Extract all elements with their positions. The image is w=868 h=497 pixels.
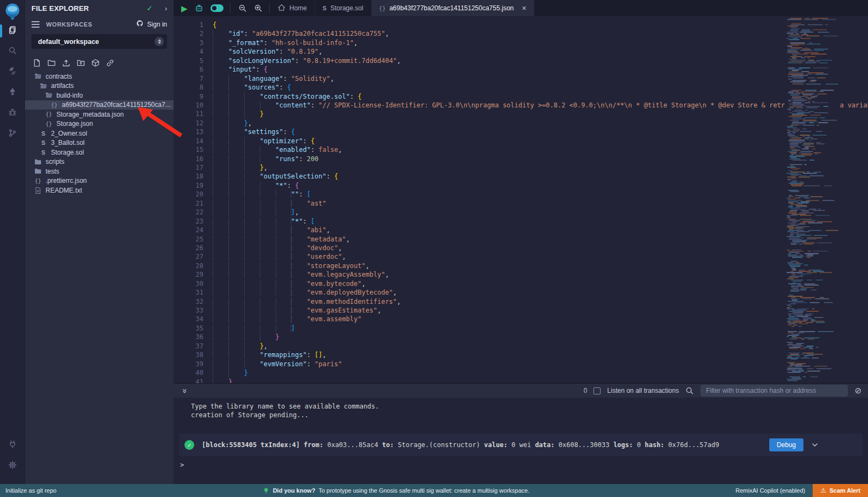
terminal-line: creation of Storage pending... — [191, 411, 868, 419]
code-line: 39 "evmVersion": "paris" — [174, 360, 868, 368]
new-file-icon[interactable] — [33, 59, 41, 67]
rail-item-deploy-run[interactable] — [0, 82, 25, 103]
git-init-status-item[interactable]: Initialize as git repo — [0, 487, 56, 494]
panel-header: FILE EXPLORER ✓ › — [25, 0, 174, 16]
tree-item--prettierrc-json[interactable]: {}.prettierrc.json — [25, 176, 174, 186]
rail-item-settings[interactable] — [0, 456, 25, 476]
tab-home[interactable]: Home — [270, 0, 315, 16]
tree-item-contracts[interactable]: contracts — [25, 72, 174, 81]
rail-item-plugin-manager[interactable] — [0, 435, 25, 456]
tree-item-tests[interactable]: tests — [25, 167, 174, 176]
debug-button[interactable]: Debug — [769, 438, 803, 451]
upload-folder-icon[interactable] — [76, 59, 85, 67]
rail-item-file-explorer[interactable] — [0, 21, 25, 41]
transaction-log-row[interactable]: ✓ [block:5583405 txIndex:4] from: 0xa03.… — [179, 434, 863, 456]
rail-item-search[interactable] — [0, 41, 25, 62]
tree-item-label: README.txt — [46, 187, 82, 194]
tree-item-label: tests — [46, 168, 59, 175]
file-icon — [34, 187, 42, 194]
solidity-compiler-icon — [8, 67, 17, 78]
link-icon[interactable] — [106, 59, 114, 67]
transaction-filter-input[interactable] — [700, 385, 848, 397]
tree-item-label: 3_Ballot.sol — [51, 139, 85, 146]
hamburger-menu-icon[interactable] — [31, 21, 40, 28]
tree-item-label: Storage.json — [56, 120, 93, 128]
tree-item-2-owner-sol[interactable]: S2_Owner.sol — [25, 129, 174, 138]
scam-alert-badge[interactable]: ⚠ Scam Alert — [813, 484, 868, 497]
tab-storage-sol[interactable]: SStorage.sol — [315, 0, 372, 16]
tree-item-a69b43f277ba20fcac141151250ca7-[interactable]: {}a69b43f277ba20fcac141151250ca7... — [25, 100, 174, 110]
code-line: 27 "userdoc", — [174, 252, 868, 261]
tree-item-storage-sol[interactable]: SStorage.sol — [25, 148, 174, 157]
tree-item-label: build-info — [56, 92, 83, 99]
chevron-right-icon[interactable]: › — [165, 4, 167, 12]
code-line: 5 "solcLongVersion": "0.8.19+commit.7dd6… — [174, 56, 868, 65]
tree-item-label: 2_Owner.sol — [51, 130, 87, 137]
rail-item-git[interactable] — [0, 124, 25, 144]
code-line: 38 "remappings": [], — [174, 351, 868, 359]
terminal[interactable]: Type the library name to see available c… — [174, 398, 868, 484]
clear-console-icon[interactable]: ⊘ — [854, 386, 861, 396]
json-file-icon: {} — [34, 178, 42, 184]
terminal-collapse-icon[interactable]: « — [179, 388, 188, 393]
check-icon: ✓ — [146, 4, 153, 12]
upload-file-icon[interactable] — [62, 59, 71, 67]
solidity-file-icon: S — [39, 139, 48, 146]
close-tab-icon[interactable]: × — [522, 4, 526, 12]
tab-a69b43f277ba20fcac141151250ca755-json[interactable]: {}a69b43f277ba20fcac141151250ca755.json× — [372, 0, 535, 16]
ai-copilot-toggle[interactable] — [210, 4, 224, 12]
code-line: 28 "storageLayout", — [174, 262, 868, 270]
code-line: 32 "evm.methodIdentifiers", — [174, 297, 868, 306]
folder-open-icon — [34, 73, 42, 80]
terminal-prompt[interactable]: > — [180, 461, 184, 469]
tree-item-artifacts[interactable]: artifacts — [25, 81, 174, 91]
code-line: 33 "evm.gasEstimates", — [174, 306, 868, 315]
listen-all-checkbox[interactable] — [593, 387, 601, 394]
rail-item-solidity-compiler[interactable] — [0, 62, 25, 82]
remix-ai-robot-icon[interactable] — [195, 4, 203, 12]
tree-item-build-info[interactable]: build-info — [25, 91, 174, 100]
github-icon — [136, 20, 144, 29]
tree-item-3-ballot-sol[interactable]: S3_Ballot.sol — [25, 138, 174, 148]
terminal-header: « 0 Listen on all transactions ⊘ — [174, 383, 868, 398]
git-icon — [8, 129, 17, 139]
new-folder-icon[interactable] — [47, 59, 56, 67]
json-file-icon: {} — [379, 5, 386, 11]
panel-title: FILE EXPLORER — [31, 4, 89, 12]
remix-logo-icon[interactable] — [3, 2, 22, 21]
workspace-select[interactable]: default_workspace — [31, 34, 167, 49]
settings-icon — [8, 461, 17, 471]
tree-item-scripts[interactable]: scripts — [25, 157, 174, 167]
zoom-in-icon[interactable] — [254, 4, 263, 12]
workspaces-label: WORKSPACES — [46, 21, 136, 28]
run-script-button[interactable]: ▶ — [181, 4, 188, 12]
sign-in-button[interactable]: Sign in — [136, 20, 167, 29]
code-line: 19 "*": { — [174, 181, 868, 190]
copilot-status-item[interactable]: RemixAI Copilot (enabled) — [736, 487, 805, 494]
tree-item-readme-txt[interactable]: README.txt — [25, 186, 174, 195]
tree-item-label: a69b43f277ba20fcac141151250ca7... — [62, 101, 171, 109]
cube-icon[interactable] — [91, 59, 100, 67]
code-line: 7 "language": "Solidity", — [174, 74, 868, 83]
rail-item-debugger[interactable] — [0, 103, 25, 124]
code-line: 22 ], — [174, 208, 868, 216]
deploy-run-icon — [8, 87, 17, 98]
code-line: 16 "runs": 200 — [174, 155, 868, 163]
zoom-out-icon[interactable] — [238, 4, 247, 12]
code-line: 23 "*": [ — [174, 217, 868, 226]
tab-bar: ▶ HomeSStorage.sol{}a69b43f277ba20fcac14… — [174, 0, 868, 16]
tree-item-storage-metadata-json[interactable]: {}Storage_metadata.json — [25, 110, 174, 119]
code-line: 41 }, — [174, 378, 868, 384]
listen-all-label: Listen on all transactions — [607, 387, 679, 394]
expand-transaction-icon[interactable] — [810, 441, 819, 449]
code-line: 26 "devdoc", — [174, 244, 868, 252]
json-file-icon: {} — [44, 111, 53, 117]
file-tree: contractsartifactsbuild-info{}a69b43f277… — [25, 72, 174, 195]
folder-open-icon — [39, 82, 48, 90]
tree-item-storage-json[interactable]: {}Storage.json — [25, 119, 174, 129]
tree-item-label: contracts — [46, 73, 72, 80]
code-editor[interactable]: 1{2 "id": "a69b43f277ba20fcac141151250ca… — [174, 16, 868, 383]
transaction-summary: [block:5583405 txIndex:4] from: 0xa03...… — [202, 441, 719, 449]
terminal-search-icon[interactable] — [685, 386, 694, 395]
editor-minimap[interactable] — [785, 16, 838, 383]
